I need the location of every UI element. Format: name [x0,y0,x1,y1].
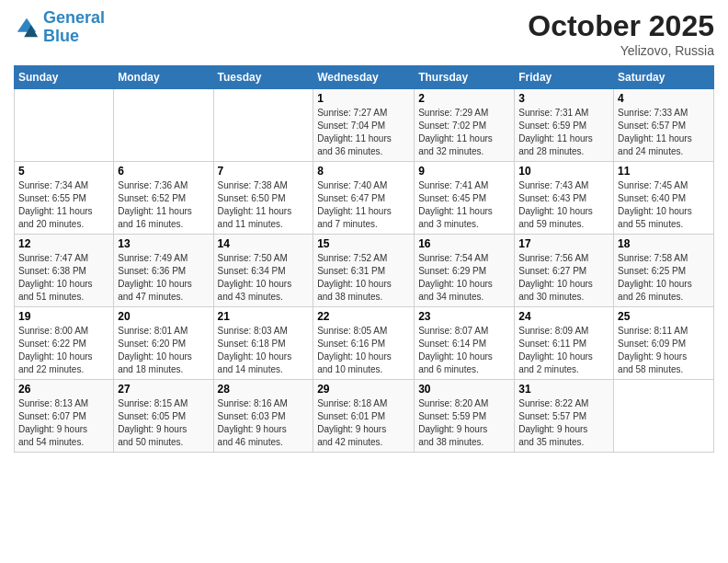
table-cell: 18Sunrise: 7:58 AM Sunset: 6:25 PM Dayli… [614,235,714,307]
day-info: Sunrise: 7:58 AM Sunset: 6:25 PM Dayligh… [618,252,710,304]
day-info: Sunrise: 8:18 AM Sunset: 6:01 PM Dayligh… [317,397,410,449]
day-number: 11 [618,165,710,178]
table-cell: 8Sunrise: 7:40 AM Sunset: 6:47 PM Daylig… [313,162,415,235]
table-cell: 4Sunrise: 7:33 AM Sunset: 6:57 PM Daylig… [614,89,714,162]
day-info: Sunrise: 7:31 AM Sunset: 6:59 PM Dayligh… [518,107,609,158]
day-number: 21 [218,310,310,323]
title-block: October 2025 Yelizovo, Russia [528,9,714,58]
table-cell: 9Sunrise: 7:41 AM Sunset: 6:45 PM Daylig… [415,162,515,235]
table-cell: 15Sunrise: 7:52 AM Sunset: 6:31 PM Dayli… [313,235,415,307]
col-monday: Monday [114,66,213,89]
day-info: Sunrise: 7:40 AM Sunset: 6:47 PM Dayligh… [317,179,410,231]
day-number: 13 [118,237,209,250]
col-friday: Friday [515,66,614,89]
day-number: 9 [418,165,510,178]
col-thursday: Thursday [415,66,515,89]
logo-line1: General [43,8,105,27]
table-cell [15,89,114,162]
day-number: 19 [18,310,109,323]
table-cell: 24Sunrise: 8:09 AM Sunset: 6:11 PM Dayli… [515,307,614,380]
day-info: Sunrise: 8:22 AM Sunset: 5:57 PM Dayligh… [518,397,609,449]
table-cell: 3Sunrise: 7:31 AM Sunset: 6:59 PM Daylig… [515,89,614,162]
day-number: 4 [618,92,710,105]
day-info: Sunrise: 7:38 AM Sunset: 6:50 PM Dayligh… [218,179,310,231]
day-info: Sunrise: 8:13 AM Sunset: 6:07 PM Dayligh… [18,397,109,449]
day-info: Sunrise: 8:07 AM Sunset: 6:14 PM Dayligh… [418,325,510,376]
day-info: Sunrise: 7:36 AM Sunset: 6:52 PM Dayligh… [118,179,209,231]
day-number: 16 [418,237,510,250]
day-number: 31 [518,383,609,396]
table-cell: 19Sunrise: 8:00 AM Sunset: 6:22 PM Dayli… [15,307,114,380]
day-info: Sunrise: 8:05 AM Sunset: 6:16 PM Dayligh… [317,325,410,376]
calendar-week-row: 1Sunrise: 7:27 AM Sunset: 7:04 PM Daylig… [15,89,714,162]
logo-line2: Blue [43,27,79,45]
page-container: General Blue October 2025 Yelizovo, Russ… [0,0,728,462]
day-info: Sunrise: 7:29 AM Sunset: 7:02 PM Dayligh… [418,107,510,158]
table-cell: 1Sunrise: 7:27 AM Sunset: 7:04 PM Daylig… [313,89,415,162]
day-number: 8 [317,165,410,178]
table-cell: 20Sunrise: 8:01 AM Sunset: 6:20 PM Dayli… [114,307,213,380]
day-number: 22 [317,310,410,323]
day-info: Sunrise: 8:16 AM Sunset: 6:03 PM Dayligh… [218,397,310,449]
logo: General Blue [14,9,105,46]
table-cell: 10Sunrise: 7:43 AM Sunset: 6:43 PM Dayli… [515,162,614,235]
day-info: Sunrise: 7:41 AM Sunset: 6:45 PM Dayligh… [418,179,510,231]
day-number: 29 [317,383,410,396]
day-info: Sunrise: 7:34 AM Sunset: 6:55 PM Dayligh… [18,179,109,231]
table-cell [213,89,313,162]
table-cell: 17Sunrise: 7:56 AM Sunset: 6:27 PM Dayli… [515,235,614,307]
day-number: 1 [317,92,410,105]
day-info: Sunrise: 7:33 AM Sunset: 6:57 PM Dayligh… [618,107,710,158]
table-cell: 29Sunrise: 8:18 AM Sunset: 6:01 PM Dayli… [313,380,415,453]
table-cell: 16Sunrise: 7:54 AM Sunset: 6:29 PM Dayli… [415,235,515,307]
calendar-header-row: Sunday Monday Tuesday Wednesday Thursday… [15,66,714,89]
location: Yelizovo, Russia [528,43,714,58]
table-cell: 22Sunrise: 8:05 AM Sunset: 6:16 PM Dayli… [313,307,415,380]
calendar-week-row: 19Sunrise: 8:00 AM Sunset: 6:22 PM Dayli… [15,307,714,380]
day-info: Sunrise: 8:00 AM Sunset: 6:22 PM Dayligh… [18,325,109,376]
day-info: Sunrise: 7:54 AM Sunset: 6:29 PM Dayligh… [418,252,510,304]
table-cell: 21Sunrise: 8:03 AM Sunset: 6:18 PM Dayli… [213,307,313,380]
day-info: Sunrise: 7:47 AM Sunset: 6:38 PM Dayligh… [18,252,109,304]
table-cell: 2Sunrise: 7:29 AM Sunset: 7:02 PM Daylig… [415,89,515,162]
day-number: 14 [218,237,310,250]
col-tuesday: Tuesday [213,66,313,89]
day-number: 27 [118,383,209,396]
day-info: Sunrise: 8:03 AM Sunset: 6:18 PM Dayligh… [218,325,310,376]
table-cell: 26Sunrise: 8:13 AM Sunset: 6:07 PM Dayli… [15,380,114,453]
col-saturday: Saturday [614,66,714,89]
day-info: Sunrise: 8:11 AM Sunset: 6:09 PM Dayligh… [618,325,710,376]
day-number: 28 [218,383,310,396]
day-info: Sunrise: 8:15 AM Sunset: 6:05 PM Dayligh… [118,397,209,449]
day-number: 24 [518,310,609,323]
col-sunday: Sunday [15,66,114,89]
table-cell: 11Sunrise: 7:45 AM Sunset: 6:40 PM Dayli… [614,162,714,235]
table-cell: 31Sunrise: 8:22 AM Sunset: 5:57 PM Dayli… [515,380,614,453]
table-cell: 7Sunrise: 7:38 AM Sunset: 6:50 PM Daylig… [213,162,313,235]
table-cell: 14Sunrise: 7:50 AM Sunset: 6:34 PM Dayli… [213,235,313,307]
day-number: 17 [518,237,609,250]
logo-icon [14,15,40,40]
day-number: 23 [418,310,510,323]
day-number: 30 [418,383,510,396]
calendar-week-row: 12Sunrise: 7:47 AM Sunset: 6:38 PM Dayli… [15,235,714,307]
logo-text: General Blue [43,9,105,46]
calendar-week-row: 26Sunrise: 8:13 AM Sunset: 6:07 PM Dayli… [15,380,714,453]
day-number: 7 [218,165,310,178]
calendar-week-row: 5Sunrise: 7:34 AM Sunset: 6:55 PM Daylig… [15,162,714,235]
day-number: 6 [118,165,209,178]
day-number: 10 [518,165,609,178]
day-info: Sunrise: 7:45 AM Sunset: 6:40 PM Dayligh… [618,179,710,231]
page-header: General Blue October 2025 Yelizovo, Russ… [14,9,714,58]
day-number: 26 [18,383,109,396]
day-number: 3 [518,92,609,105]
day-info: Sunrise: 8:01 AM Sunset: 6:20 PM Dayligh… [118,325,209,376]
table-cell: 30Sunrise: 8:20 AM Sunset: 5:59 PM Dayli… [415,380,515,453]
calendar-table: Sunday Monday Tuesday Wednesday Thursday… [14,65,714,453]
day-number: 20 [118,310,209,323]
table-cell: 13Sunrise: 7:49 AM Sunset: 6:36 PM Dayli… [114,235,213,307]
day-info: Sunrise: 7:56 AM Sunset: 6:27 PM Dayligh… [518,252,609,304]
day-info: Sunrise: 7:50 AM Sunset: 6:34 PM Dayligh… [218,252,310,304]
day-number: 25 [618,310,710,323]
table-cell: 12Sunrise: 7:47 AM Sunset: 6:38 PM Dayli… [15,235,114,307]
